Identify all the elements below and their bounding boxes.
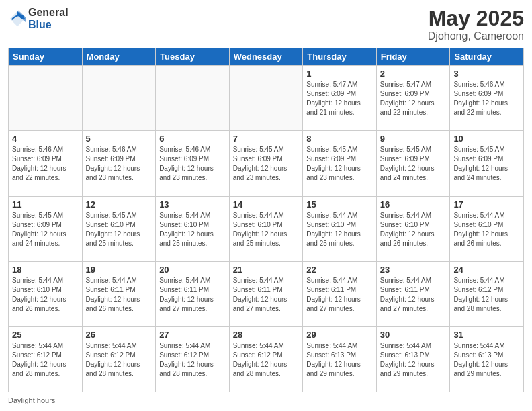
day-info: Sunrise: 5:44 AM Sunset: 6:12 PM Dayligh… [86,341,152,379]
calendar-table: SundayMondayTuesdayWednesdayThursdayFrid… [8,48,524,392]
day-info: Sunrise: 5:47 AM Sunset: 6:09 PM Dayligh… [306,80,373,118]
day-info: Sunrise: 5:44 AM Sunset: 6:12 PM Dayligh… [453,276,520,314]
day-info: Sunrise: 5:44 AM Sunset: 6:11 PM Dayligh… [380,276,447,314]
calendar-cell: 25Sunrise: 5:44 AM Sunset: 6:12 PM Dayli… [9,326,83,392]
day-info: Sunrise: 5:44 AM Sunset: 6:10 PM Dayligh… [453,211,520,248]
day-number: 14 [233,199,300,210]
day-of-week-header: Sunday [9,48,83,66]
calendar-cell: 27Sunrise: 5:44 AM Sunset: 6:12 PM Dayli… [156,326,230,392]
calendar-cell [229,66,303,131]
day-info: Sunrise: 5:46 AM Sunset: 6:09 PM Dayligh… [86,145,152,183]
day-info: Sunrise: 5:45 AM Sunset: 6:09 PM Dayligh… [453,145,520,183]
calendar-cell: 30Sunrise: 5:44 AM Sunset: 6:13 PM Dayli… [376,326,450,392]
calendar-cell: 13Sunrise: 5:44 AM Sunset: 6:10 PM Dayli… [156,196,230,261]
day-of-week-header: Thursday [303,48,377,66]
day-info: Sunrise: 5:45 AM Sunset: 6:10 PM Dayligh… [86,211,152,248]
calendar-cell: 10Sunrise: 5:45 AM Sunset: 6:09 PM Dayli… [450,131,524,196]
day-number: 6 [159,134,226,144]
day-number: 30 [380,330,447,340]
calendar-header: SundayMondayTuesdayWednesdayThursdayFrid… [9,48,524,66]
calendar-cell: 7Sunrise: 5:45 AM Sunset: 6:09 PM Daylig… [229,131,303,196]
calendar-cell: 26Sunrise: 5:44 AM Sunset: 6:12 PM Dayli… [82,326,156,392]
header: General Blue May 2025 Djohong, Cameroon [8,7,524,42]
day-number: 23 [380,265,447,275]
day-info: Sunrise: 5:44 AM Sunset: 6:12 PM Dayligh… [159,341,226,379]
day-number: 27 [159,330,226,340]
title-block: May 2025 Djohong, Cameroon [428,7,524,42]
day-info: Sunrise: 5:44 AM Sunset: 6:13 PM Dayligh… [306,341,373,379]
day-of-week-header: Saturday [450,48,524,66]
logo-text: General Blue [28,7,69,30]
day-info: Sunrise: 5:44 AM Sunset: 6:10 PM Dayligh… [159,211,226,248]
day-number: 25 [12,330,79,340]
calendar-cell: 17Sunrise: 5:44 AM Sunset: 6:10 PM Dayli… [450,196,524,261]
calendar-week-row: 4Sunrise: 5:46 AM Sunset: 6:09 PM Daylig… [9,131,524,196]
day-info: Sunrise: 5:45 AM Sunset: 6:09 PM Dayligh… [233,145,300,183]
calendar-cell: 21Sunrise: 5:44 AM Sunset: 6:11 PM Dayli… [229,261,303,326]
calendar-cell: 11Sunrise: 5:45 AM Sunset: 6:09 PM Dayli… [9,196,83,261]
day-info: Sunrise: 5:46 AM Sunset: 6:09 PM Dayligh… [159,145,226,183]
day-info: Sunrise: 5:45 AM Sunset: 6:09 PM Dayligh… [380,145,447,183]
day-number: 8 [306,134,373,144]
day-of-week-header: Friday [376,48,450,66]
calendar-cell: 19Sunrise: 5:44 AM Sunset: 6:11 PM Dayli… [82,261,156,326]
footer-text: Daylight hours [8,396,55,404]
logo-general: General [28,7,69,19]
day-number: 28 [233,330,300,340]
calendar-cell [156,66,230,131]
day-number: 11 [12,199,79,210]
calendar-cell: 15Sunrise: 5:44 AM Sunset: 6:10 PM Dayli… [303,196,377,261]
calendar-week-row: 11Sunrise: 5:45 AM Sunset: 6:09 PM Dayli… [9,196,524,261]
day-number: 22 [306,265,373,275]
calendar-cell: 8Sunrise: 5:45 AM Sunset: 6:09 PM Daylig… [303,131,377,196]
day-number: 15 [306,199,373,210]
day-of-week-header: Wednesday [229,48,303,66]
day-number: 13 [159,199,226,210]
day-number: 7 [233,134,300,144]
day-number: 2 [380,68,447,79]
calendar-cell: 23Sunrise: 5:44 AM Sunset: 6:11 PM Dayli… [376,261,450,326]
calendar-cell: 29Sunrise: 5:44 AM Sunset: 6:13 PM Dayli… [303,326,377,392]
page: General Blue May 2025 Djohong, Cameroon … [0,0,532,411]
calendar-cell [82,66,156,131]
calendar-subtitle: Djohong, Cameroon [428,30,524,42]
calendar-week-row: 1Sunrise: 5:47 AM Sunset: 6:09 PM Daylig… [9,66,524,131]
day-info: Sunrise: 5:44 AM Sunset: 6:10 PM Dayligh… [306,211,373,248]
days-of-week-row: SundayMondayTuesdayWednesdayThursdayFrid… [9,48,524,66]
day-number: 26 [86,330,152,340]
logo-icon [8,9,27,28]
day-number: 12 [86,199,152,210]
calendar-cell: 28Sunrise: 5:44 AM Sunset: 6:12 PM Dayli… [229,326,303,392]
day-of-week-header: Tuesday [156,48,230,66]
calendar-week-row: 25Sunrise: 5:44 AM Sunset: 6:12 PM Dayli… [9,326,524,392]
calendar-cell: 18Sunrise: 5:44 AM Sunset: 6:10 PM Dayli… [9,261,83,326]
calendar-cell: 24Sunrise: 5:44 AM Sunset: 6:12 PM Dayli… [450,261,524,326]
day-number: 9 [380,134,447,144]
calendar-cell: 20Sunrise: 5:44 AM Sunset: 6:11 PM Dayli… [156,261,230,326]
day-info: Sunrise: 5:44 AM Sunset: 6:12 PM Dayligh… [233,341,300,379]
footer: Daylight hours [8,396,524,404]
calendar-cell: 3Sunrise: 5:46 AM Sunset: 6:09 PM Daylig… [450,66,524,131]
day-number: 1 [306,68,373,79]
day-info: Sunrise: 5:45 AM Sunset: 6:09 PM Dayligh… [12,211,79,248]
day-info: Sunrise: 5:47 AM Sunset: 6:09 PM Dayligh… [380,80,447,118]
day-number: 29 [306,330,373,340]
day-info: Sunrise: 5:44 AM Sunset: 6:11 PM Dayligh… [306,276,373,314]
day-number: 5 [86,134,152,144]
calendar-cell [9,66,83,131]
day-number: 4 [12,134,79,144]
day-info: Sunrise: 5:45 AM Sunset: 6:09 PM Dayligh… [306,145,373,183]
day-number: 17 [453,199,520,210]
day-info: Sunrise: 5:46 AM Sunset: 6:09 PM Dayligh… [453,80,520,118]
calendar-cell: 9Sunrise: 5:45 AM Sunset: 6:09 PM Daylig… [376,131,450,196]
calendar-cell: 1Sunrise: 5:47 AM Sunset: 6:09 PM Daylig… [303,66,377,131]
logo: General Blue [8,7,69,30]
calendar-body: 1Sunrise: 5:47 AM Sunset: 6:09 PM Daylig… [9,66,524,392]
day-info: Sunrise: 5:44 AM Sunset: 6:11 PM Dayligh… [86,276,152,314]
calendar-week-row: 18Sunrise: 5:44 AM Sunset: 6:10 PM Dayli… [9,261,524,326]
day-number: 19 [86,265,152,275]
day-of-week-header: Monday [82,48,156,66]
calendar-cell: 22Sunrise: 5:44 AM Sunset: 6:11 PM Dayli… [303,261,377,326]
day-number: 16 [380,199,447,210]
day-number: 21 [233,265,300,275]
